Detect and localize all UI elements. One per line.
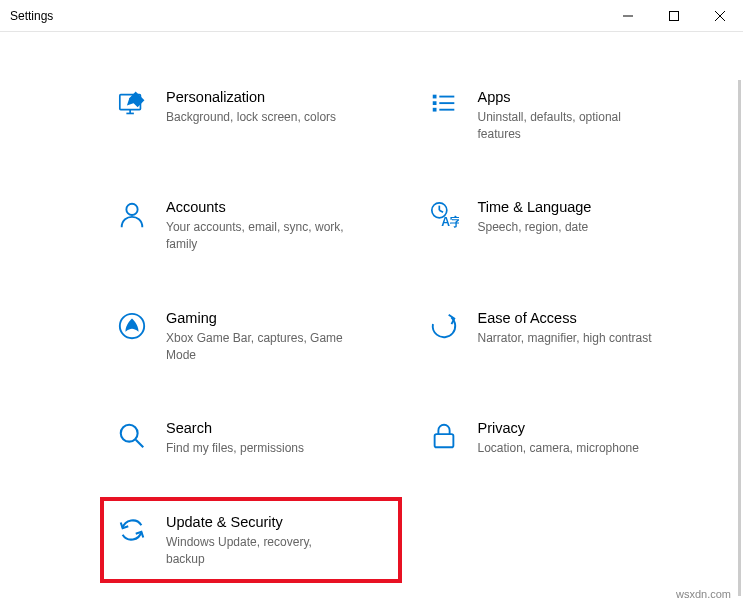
setting-personalization[interactable]: Personalization Background, lock screen,…	[110, 82, 392, 148]
search-icon	[116, 421, 148, 453]
setting-ease-of-access[interactable]: Ease of Access Narrator, magnifier, high…	[422, 303, 704, 369]
settings-content: Personalization Background, lock screen,…	[0, 32, 743, 593]
gaming-icon	[116, 311, 148, 343]
svg-text:A字: A字	[441, 216, 459, 230]
maximize-button[interactable]	[651, 0, 697, 32]
svg-rect-1	[670, 12, 679, 21]
apps-icon	[428, 90, 460, 122]
setting-title: Update & Security	[166, 513, 346, 532]
setting-accounts[interactable]: Accounts Your accounts, email, sync, wor…	[110, 192, 392, 258]
setting-desc: Xbox Game Bar, captures, Game Mode	[166, 330, 346, 364]
ease-of-access-icon	[428, 311, 460, 343]
svg-rect-10	[439, 96, 454, 98]
setting-title: Personalization	[166, 88, 346, 107]
setting-search[interactable]: Search Find my files, permissions	[110, 413, 392, 463]
settings-grid: Personalization Background, lock screen,…	[110, 82, 703, 573]
window-title: Settings	[10, 9, 53, 23]
svg-point-19	[429, 311, 459, 341]
svg-rect-9	[432, 108, 436, 112]
minimize-icon	[623, 11, 633, 21]
setting-update-security[interactable]: Update & Security Windows Update, recove…	[110, 507, 392, 573]
update-security-icon	[116, 515, 148, 547]
svg-point-13	[126, 204, 137, 215]
setting-desc: Location, camera, microphone	[478, 440, 658, 457]
setting-time-language[interactable]: A字 Time & Language Speech, region, date	[422, 192, 704, 258]
close-button[interactable]	[697, 0, 743, 32]
svg-rect-22	[434, 434, 453, 447]
scrollbar[interactable]	[738, 80, 741, 596]
setting-desc: Uninstall, defaults, optional features	[478, 109, 658, 143]
setting-title: Apps	[478, 88, 658, 107]
setting-privacy[interactable]: Privacy Location, camera, microphone	[422, 413, 704, 463]
svg-rect-11	[439, 102, 454, 104]
setting-apps[interactable]: Apps Uninstall, defaults, optional featu…	[422, 82, 704, 148]
titlebar: Settings	[0, 0, 743, 32]
setting-desc: Windows Update, recovery, backup	[166, 534, 346, 568]
minimize-button[interactable]	[605, 0, 651, 32]
setting-desc: Speech, region, date	[478, 219, 658, 236]
watermark: wsxdn.com	[676, 588, 731, 600]
setting-desc: Background, lock screen, colors	[166, 109, 346, 126]
setting-desc: Find my files, permissions	[166, 440, 346, 457]
time-language-icon: A字	[428, 200, 460, 232]
maximize-icon	[669, 11, 679, 21]
svg-rect-12	[439, 109, 454, 111]
window-controls	[605, 0, 743, 31]
personalization-icon	[116, 90, 148, 122]
accounts-icon	[116, 200, 148, 232]
setting-title: Time & Language	[478, 198, 658, 217]
setting-gaming[interactable]: Gaming Xbox Game Bar, captures, Game Mod…	[110, 303, 392, 369]
svg-point-20	[121, 425, 138, 442]
svg-rect-7	[432, 95, 436, 99]
setting-desc: Narrator, magnifier, high contrast	[478, 330, 658, 347]
setting-title: Gaming	[166, 309, 346, 328]
close-icon	[715, 11, 725, 21]
svg-line-21	[136, 440, 144, 448]
setting-title: Accounts	[166, 198, 346, 217]
setting-title: Search	[166, 419, 346, 438]
svg-line-16	[439, 211, 443, 213]
svg-rect-8	[432, 101, 436, 105]
setting-desc: Your accounts, email, sync, work, family	[166, 219, 346, 253]
setting-title: Ease of Access	[478, 309, 658, 328]
setting-title: Privacy	[478, 419, 658, 438]
privacy-icon	[428, 421, 460, 453]
